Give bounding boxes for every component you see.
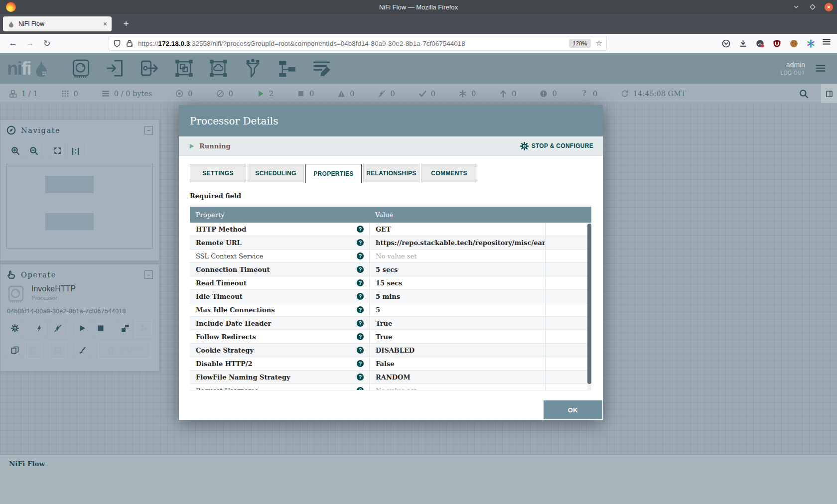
table-row[interactable]: Remote URL?https://repo.stackable.tech/r… (190, 236, 591, 250)
close-button[interactable]: × (825, 3, 833, 11)
not-transmitting-icon (216, 90, 224, 98)
property-name: FlowFile Naming Strategy? (190, 371, 369, 383)
global-menu-button[interactable] (813, 63, 828, 74)
table-row[interactable]: Include Date Header?True (190, 317, 591, 330)
input-port-icon[interactable] (105, 58, 126, 79)
pocket-icon[interactable] (722, 39, 730, 48)
shield-icon[interactable] (113, 39, 121, 47)
stop-and-configure-button[interactable]: STOP & CONFIGURE (520, 142, 593, 150)
process-group-icon[interactable] (174, 58, 194, 79)
extension-icon[interactable] (756, 39, 764, 48)
table-row[interactable]: Max Idle Connections?5 (190, 303, 591, 317)
collapse-operate-button[interactable]: − (144, 270, 153, 279)
ok-button[interactable]: OK (544, 400, 602, 419)
zoom-fit-button[interactable] (49, 142, 66, 159)
help-icon[interactable]: ? (357, 347, 364, 354)
help-icon[interactable]: ? (357, 239, 364, 246)
lock-warning-icon[interactable] (126, 39, 134, 47)
new-tab-button[interactable]: + (120, 17, 133, 30)
sidebar-toggle-button[interactable] (821, 84, 837, 103)
collapse-navigate-button[interactable]: − (144, 126, 153, 134)
brush-icon (78, 346, 86, 354)
help-icon[interactable]: ? (357, 333, 364, 340)
tab-relationships[interactable]: RELATIONSHIPS (363, 164, 419, 182)
logout-link[interactable]: LOG OUT (781, 70, 805, 76)
label-icon[interactable] (311, 58, 332, 79)
help-icon[interactable]: ? (357, 293, 364, 300)
reload-button[interactable]: ↻ (40, 36, 54, 50)
tab-close-icon[interactable]: × (103, 20, 107, 28)
search-button[interactable] (799, 89, 808, 98)
table-row[interactable]: Idle Timeout?5 mins (190, 290, 591, 303)
browser-menu-button[interactable] (822, 37, 831, 46)
configure-button[interactable] (6, 320, 23, 337)
ublock-icon[interactable] (773, 39, 781, 48)
table-row[interactable]: Connection Timeout?5 secs (190, 263, 591, 276)
template-icon[interactable] (277, 58, 297, 79)
help-icon[interactable]: ? (357, 279, 364, 286)
table-row[interactable]: Disable HTTP/2?False (190, 357, 591, 371)
nifi-drop-icon (33, 57, 50, 79)
actual-size-button[interactable]: |:| (67, 142, 84, 159)
forward-button[interactable]: → (23, 36, 37, 50)
scrollbar-thumb[interactable] (587, 224, 591, 384)
compass-icon (6, 126, 16, 135)
tab-scheduling[interactable]: SCHEDULING (248, 164, 304, 182)
funnel-icon[interactable] (243, 58, 263, 79)
enable-button[interactable] (31, 320, 48, 337)
start-button[interactable] (74, 320, 91, 337)
paste-button (25, 342, 42, 359)
stopped-icon (297, 90, 305, 98)
bookmark-star-icon[interactable]: ☆ (596, 39, 602, 48)
table-row[interactable]: HTTP Method?GET (190, 223, 591, 236)
property-value: False (369, 357, 545, 370)
help-icon[interactable]: ? (357, 387, 364, 390)
status-item: 1 / 1 (9, 90, 38, 98)
current-user: admin (781, 61, 805, 69)
transmitting-icon (175, 90, 183, 98)
disable-button[interactable] (49, 320, 66, 337)
url-bar[interactable]: https://172.18.0.3:32558/nifi/?processGr… (109, 36, 607, 51)
chevron-down-icon (793, 3, 800, 10)
download-icon[interactable] (739, 39, 747, 48)
play-icon (78, 324, 86, 332)
cookie-icon[interactable] (790, 39, 798, 48)
remote-process-group-icon[interactable] (208, 58, 229, 79)
table-row[interactable]: Cookie Strategy?DISABLED (190, 344, 591, 357)
stop-button[interactable] (92, 320, 109, 337)
create-template-button[interactable] (117, 320, 134, 337)
tab-bar: NiFi Flow × + (0, 14, 837, 34)
zoom-in-button[interactable] (6, 142, 23, 159)
zoom-out-button[interactable] (25, 142, 42, 159)
minimize-button[interactable] (792, 2, 801, 11)
table-row[interactable]: Read Timeout?15 secs (190, 276, 591, 290)
birdseye-view[interactable] (6, 164, 153, 249)
output-port-icon[interactable] (140, 58, 160, 79)
table-row[interactable]: Follow Redirects?True (190, 330, 591, 344)
change-color-button[interactable] (74, 342, 91, 359)
zoom-level-badge[interactable]: 120% (569, 39, 590, 48)
status-value: 1 / 1 (21, 90, 38, 98)
colorful-asterisk-icon[interactable] (807, 39, 815, 48)
copy-button[interactable] (6, 342, 23, 359)
help-icon[interactable]: ? (357, 306, 364, 313)
help-icon[interactable]: ? (357, 252, 364, 259)
breadcrumb[interactable]: NiFi Flow (9, 460, 45, 468)
tab-comments[interactable]: COMMENTS (421, 164, 477, 182)
table-row[interactable]: Request Username?No value set (190, 384, 591, 390)
maximize-button[interactable] (808, 2, 817, 11)
processor-icon[interactable] (71, 58, 91, 79)
table-row[interactable]: SSL Context Service?No value set (190, 250, 591, 263)
help-icon[interactable]: ? (357, 320, 364, 327)
help-icon[interactable]: ? (357, 374, 364, 380)
table-row[interactable]: FlowFile Naming Strategy?RANDOM (190, 371, 591, 384)
help-icon[interactable]: ? (357, 360, 364, 367)
help-icon[interactable]: ? (357, 266, 364, 273)
back-button[interactable]: ← (6, 36, 20, 50)
tab-settings[interactable]: SETTINGS (190, 164, 246, 182)
tab-properties[interactable]: PROPERTIES (305, 164, 362, 183)
browser-toolbar-icons (722, 36, 815, 50)
help-icon[interactable]: ? (357, 226, 364, 233)
browser-tab[interactable]: NiFi Flow × (3, 16, 112, 31)
table-scrollbar[interactable] (587, 223, 591, 390)
